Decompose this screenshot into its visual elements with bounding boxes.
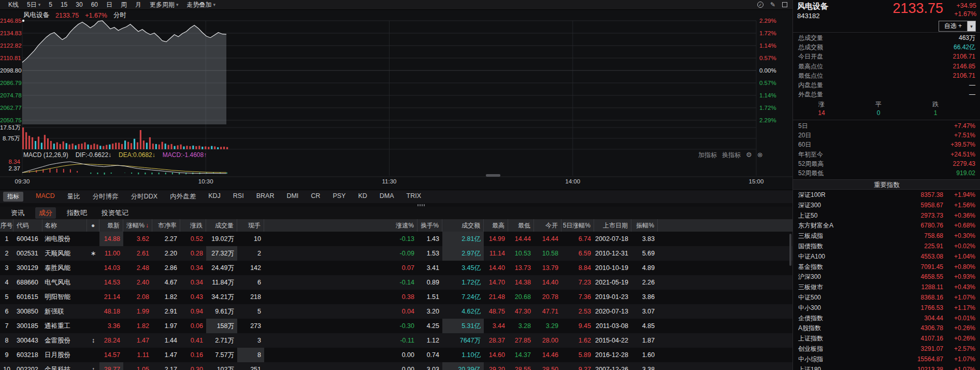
column-header-成交量[interactable]: 成交量 [206, 219, 237, 232]
toolbar-item-5日[interactable]: 5日▾ [27, 1, 40, 9]
index-row-上证50[interactable]: 上证502973.73+0.36% [793, 211, 980, 221]
index-name: 三板成指 [798, 231, 896, 241]
indicator-menu-button[interactable]: 指标 [3, 192, 23, 202]
toolbar-item-更多周期[interactable]: 更多周期▾ [150, 1, 179, 9]
table-row[interactable]: 7300185通裕重工3.361.821.970.06158万273-0.304… [0, 319, 792, 333]
fullscreen-icon[interactable] [782, 2, 787, 7]
indicator-tab-KD[interactable]: KD [358, 192, 367, 201]
indicator-tab-MACD[interactable]: MACD [36, 192, 55, 201]
index-row-中小综指[interactable]: 中小综指15564.87+1.07% [793, 354, 980, 365]
column-header-●[interactable]: ● [87, 219, 99, 232]
toolbar-item-周[interactable]: 周 [121, 1, 127, 9]
toolbar-item-日[interactable]: 日 [106, 1, 112, 9]
column-header-序号[interactable]: 序号 [0, 219, 13, 232]
table-scrollbar[interactable] [789, 234, 791, 266]
indicator-tab-内外盘差[interactable]: 内外盘差 [170, 192, 196, 201]
column-header-今开[interactable]: 今开 [534, 219, 561, 232]
index-row-中证500[interactable]: 中证5008368.16+1.07% [793, 293, 980, 303]
volume-axis-label: 8.75万 [0, 135, 20, 142]
toolbar-item-60[interactable]: 60 [91, 1, 98, 9]
table-header-row[interactable]: 序号代码名称●最新涨幅%↓市净率涨跌成交量现手涨速%换手%成交额最高最低今开5日… [0, 219, 792, 232]
table-row[interactable]: 6300850新强联48.181.992.910.949.61万50.043.2… [0, 304, 792, 319]
column-header-市净率[interactable]: 市净率 [152, 219, 180, 232]
indicator-tab-TRIX[interactable]: TRIX [407, 192, 421, 201]
intraday-chart-panel[interactable]: 风电设备 2133.75 +1.67% 分时 2146.852134.83212… [0, 10, 792, 190]
index-row-A股指数[interactable]: A股指数4306.78+0.26% [793, 323, 980, 334]
cell-代码: 300185 [13, 319, 42, 333]
index-row-三板成指[interactable]: 三板成指758.68+0.30% [793, 231, 980, 241]
table-row[interactable]: 3300129泰胜风能14.032.482.860.3424.49万1420.0… [0, 261, 792, 275]
table-row[interactable]: 1600416湘电股份14.883.622.270.5219.02万10-0.1… [0, 232, 792, 246]
column-header-5日涨幅%[interactable]: 5日涨幅% [561, 219, 594, 232]
index-row-深证100R[interactable]: 深证100R8357.38+1.94% [793, 190, 980, 201]
stat-value: 2106.71 [953, 52, 975, 61]
column-header-涨幅%[interactable]: 涨幅%↓ [123, 219, 152, 232]
column-header-代码[interactable]: 代码 [13, 219, 42, 232]
indicator-tab-分时DDX[interactable]: 分时DDX [131, 192, 157, 201]
toolbar-item-5[interactable]: 5 [49, 1, 52, 9]
indicator-tab-KDJ[interactable]: KDJ [208, 192, 221, 201]
tab-投资笔记[interactable]: 投资笔记 [98, 207, 132, 219]
indicator-tab-BRAR[interactable]: BRAR [256, 192, 275, 201]
indicator-tab-DMA[interactable]: DMA [380, 192, 394, 201]
index-row-中证A100[interactable]: 中证A1004553.08+1.04% [793, 252, 980, 262]
index-row-创业板指[interactable]: 创业板指3291.07+2.57% [793, 344, 980, 354]
column-header-名称[interactable]: 名称 [42, 219, 87, 232]
cell-今开: 3.29 [534, 319, 561, 333]
indicator-tab-RSI[interactable]: RSI [233, 192, 244, 201]
cell-成交额: 5.31亿 [442, 319, 484, 333]
table-row[interactable]: 2002531天顺风能∗11.002.612.200.2827.32万2-0.0… [0, 246, 792, 261]
splitter-bar[interactable] [0, 203, 792, 207]
draw-tool-icon[interactable]: ✎ [770, 2, 775, 8]
indicator-tab-分时博弈[interactable]: 分时博弈 [93, 192, 119, 201]
index-row-上证180[interactable]: 上证18010213.38+1.07% [793, 365, 980, 370]
index-row-深证300[interactable]: 深证3005958.67+1.56% [793, 201, 980, 211]
indicator-tab-PSY[interactable]: PSY [333, 192, 345, 201]
index-row-国债指数[interactable]: 国债指数225.91+0.02% [793, 241, 980, 252]
column-header-上市日期[interactable]: 上市日期 [594, 219, 631, 232]
column-header-现手[interactable]: 现手 [237, 219, 264, 232]
column-header-成交额[interactable]: 成交额 [442, 219, 484, 232]
column-header-最新[interactable]: 最新 [99, 219, 123, 232]
index-row-中小300[interactable]: 中小3001766.53+1.17% [793, 303, 980, 314]
column-header-换手%[interactable]: 换手% [417, 219, 442, 232]
gear-icon[interactable]: ⚙ [746, 150, 752, 160]
table-row[interactable]: 4688660电气风电14.532.404.670.3411.84万6-0.14… [0, 275, 792, 290]
column-header-最高[interactable]: 最高 [484, 219, 508, 232]
add-indicator-button[interactable]: 加指标 [698, 150, 717, 160]
close-icon[interactable]: ⊗ [757, 150, 763, 160]
tab-成分[interactable]: 成分 [35, 207, 56, 219]
index-row-东方财富全A[interactable]: 东方财富全A6780.76+0.68% [793, 221, 980, 231]
circle-check-icon[interactable]: ✓ [757, 2, 763, 8]
column-header-涨跌[interactable]: 涨跌 [180, 219, 206, 232]
column-header-涨速%[interactable]: 涨速% [264, 219, 417, 232]
watchlist-dropdown-button[interactable]: ▾ [968, 21, 976, 32]
add-watchlist-button[interactable]: 自选 + [939, 21, 968, 32]
toolbar-item-15[interactable]: 15 [61, 1, 67, 9]
indicator-tab-量比[interactable]: 量比 [67, 192, 80, 201]
index-row-沪深300[interactable]: 沪深3004658.55+0.93% [793, 272, 980, 282]
index-row-企债指数[interactable]: 企债指数304.44+0.01% [793, 314, 980, 324]
toolbar-item-30[interactable]: 30 [76, 1, 82, 9]
indicator-tab-DMI[interactable]: DMI [286, 192, 298, 201]
index-row-三板做市[interactable]: 三板做市1288.11+0.43% [793, 282, 980, 293]
cell-市净率: 1.44 [152, 333, 180, 348]
index-row-基金指数[interactable]: 基金指数7091.45+0.80% [793, 262, 980, 273]
switch-indicator-button[interactable]: 换指标 [722, 150, 741, 160]
column-header-振幅%[interactable]: 振幅% [631, 219, 658, 232]
splitter-grip-icon[interactable] [417, 204, 426, 206]
column-header-最低[interactable]: 最低 [508, 219, 534, 232]
indicator-tab-CR[interactable]: CR [311, 192, 320, 201]
index-row-上证指数[interactable]: 上证指数4107.16+0.26% [793, 334, 980, 344]
table-row[interactable]: 8300443金雷股份↕28.241.471.440.412.71万3-0.11… [0, 333, 792, 348]
tab-指数吧[interactable]: 指数吧 [63, 207, 91, 219]
table-row[interactable]: 9603218日月股份14.571.111.470.167.57万80.000.… [0, 348, 792, 362]
intraday-chart-canvas[interactable] [0, 10, 792, 190]
toolbar-item-K线[interactable]: K线 [8, 1, 19, 9]
toolbar-item-月[interactable]: 月 [135, 1, 141, 9]
table-row[interactable]: 5601615明阳智能21.142.081.820.4334.21万2180.3… [0, 290, 792, 304]
stat-value: 2106.71 [953, 71, 975, 80]
tab-资讯[interactable]: 资讯 [7, 207, 28, 219]
table-row[interactable]: 10002202金风科技↕28.771.052.170.30102万2510.0… [0, 362, 792, 370]
toolbar-item-走势叠加[interactable]: 走势叠加▾ [187, 1, 216, 9]
